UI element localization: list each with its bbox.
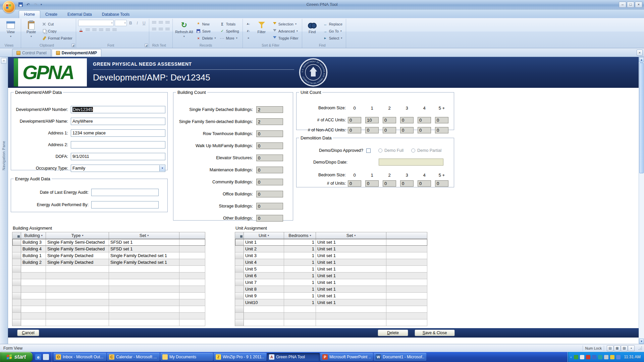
- column-dropdown-icon[interactable]: ▾: [268, 234, 269, 237]
- cancel-button[interactable]: Cancel: [17, 329, 39, 336]
- cell-extra[interactable]: [179, 252, 205, 259]
- table-row[interactable]: Unit 91Unit set 1: [235, 293, 427, 299]
- tray-icon[interactable]: [586, 355, 590, 359]
- table-row[interactable]: Unit101Unit set 1: [235, 299, 427, 306]
- development-amp-name-input[interactable]: AnyWhere: [71, 118, 165, 125]
- cell-extra[interactable]: [179, 306, 205, 313]
- undo-button[interactable]: ↶: [25, 2, 31, 8]
- row-selector[interactable]: [235, 266, 244, 273]
- cell-extra[interactable]: [179, 246, 205, 252]
- table-row-empty[interactable]: [12, 306, 205, 313]
- cell-set[interactable]: SFSD set 1: [109, 239, 179, 246]
- align-left-button[interactable]: [85, 27, 91, 33]
- new-record-button[interactable]: *New: [195, 21, 217, 27]
- row-selector[interactable]: [12, 252, 21, 259]
- row-selector[interactable]: [12, 299, 21, 306]
- form-view-button[interactable]: ▤: [607, 345, 613, 351]
- row-selector[interactable]: [235, 286, 244, 293]
- delete-button[interactable]: Delete: [378, 329, 408, 336]
- cell-bedrooms[interactable]: 1: [284, 266, 316, 273]
- row-selector[interactable]: [12, 239, 21, 246]
- increase-indent-button[interactable]: [151, 26, 157, 32]
- table-row[interactable]: Building 1Single Family DetachedSingle F…: [12, 252, 205, 259]
- format-painter-button[interactable]: Format Painter: [41, 35, 74, 41]
- cell-set[interactable]: [316, 313, 386, 319]
- design-view-button[interactable]: ▪: [628, 345, 635, 351]
- show-desktop-icon[interactable]: [43, 354, 49, 360]
- row-selector[interactable]: [235, 313, 244, 319]
- energy-audit-performed-by-input[interactable]: [91, 201, 159, 208]
- cell-set[interactable]: Unit set 1: [316, 266, 386, 273]
- cell-bedrooms[interactable]: [284, 319, 316, 326]
- row-selector[interactable]: [12, 273, 21, 279]
- cell-unit[interactable]: [244, 306, 284, 313]
- row-selector[interactable]: [235, 246, 244, 252]
- toggle-filter-button[interactable]: Toggle Filter: [271, 35, 300, 41]
- cell-set[interactable]: Unit set 1: [316, 246, 386, 252]
- cell-set[interactable]: Unit set 1: [316, 279, 386, 286]
- table-row-empty[interactable]: [12, 266, 205, 273]
- cell-extra[interactable]: [179, 273, 205, 279]
- row-selector[interactable]: [12, 286, 21, 293]
- cell-building[interactable]: [21, 319, 46, 326]
- row-selector[interactable]: [12, 279, 21, 286]
- filter-button[interactable]: Filter: [254, 20, 270, 41]
- cell-set[interactable]: [109, 286, 179, 293]
- row-selector[interactable]: [235, 273, 244, 279]
- dofa-input[interactable]: 9/1/2011: [71, 153, 165, 160]
- cell-unit[interactable]: [244, 313, 284, 319]
- cell-set[interactable]: Unit set 1: [316, 252, 386, 259]
- column-dropdown-icon[interactable]: ▾: [82, 234, 84, 237]
- table-row[interactable]: Unit 21Unit set 1: [235, 246, 427, 252]
- cell-set[interactable]: [109, 299, 179, 306]
- cell-set[interactable]: [109, 313, 179, 319]
- cell-set[interactable]: Unit set 1: [316, 273, 386, 279]
- table-row-empty[interactable]: [235, 319, 427, 326]
- save-and-close-button[interactable]: Save & Close: [415, 329, 455, 336]
- table-row-empty[interactable]: [12, 293, 205, 299]
- save-button[interactable]: [17, 2, 23, 8]
- cell-building[interactable]: Building 3: [21, 239, 46, 246]
- advanced-button[interactable]: Advanced▾: [271, 28, 300, 34]
- row-selector[interactable]: [235, 239, 244, 246]
- cell-set[interactable]: [109, 273, 179, 279]
- navigation-pane-collapsed[interactable]: » Navigation Pane: [0, 57, 8, 344]
- row-selector[interactable]: [235, 319, 244, 326]
- taskbar-button-winzip-pro-9-1-2011[interactable]: ZWinZip Pro - 9 1 2011...: [214, 353, 266, 361]
- cell-extra[interactable]: [386, 319, 427, 326]
- column-header-set[interactable]: Set▾: [109, 232, 179, 239]
- column-header-unit[interactable]: Unit▾: [244, 232, 284, 239]
- cell-bedrooms[interactable]: 1: [284, 273, 316, 279]
- cell-set[interactable]: Unit set 1: [316, 293, 386, 299]
- cell-type[interactable]: Single Family Detached: [46, 252, 109, 259]
- cell-bedrooms[interactable]: 1: [284, 252, 316, 259]
- cell-building[interactable]: Building 4: [21, 246, 46, 252]
- clipboard-dialog-launcher[interactable]: ◢: [71, 44, 75, 47]
- cell-unit[interactable]: Unit 2: [244, 246, 284, 252]
- cell-bedrooms[interactable]: 1: [284, 246, 316, 252]
- row-selector[interactable]: [12, 246, 21, 252]
- row-selector[interactable]: [235, 299, 244, 306]
- address-2-input[interactable]: [71, 141, 165, 148]
- start-button[interactable]: start: [0, 352, 33, 362]
- table-row[interactable]: Unit 31Unit set 1: [235, 252, 427, 259]
- row-selector[interactable]: [12, 266, 21, 273]
- delete-record-button[interactable]: ×Delete▾: [195, 35, 217, 41]
- table-row[interactable]: Unit 71Unit set 1: [235, 279, 427, 286]
- cell-set[interactable]: SFSD set 1: [109, 246, 179, 252]
- scroll-up-arrow[interactable]: ▲: [639, 57, 644, 62]
- tray-icon[interactable]: [610, 355, 614, 359]
- cell-extra[interactable]: [386, 252, 427, 259]
- cell-set[interactable]: Unit set 1: [316, 286, 386, 293]
- taskbar-button-my-documents[interactable]: My Documents: [160, 353, 213, 361]
- cell-set[interactable]: [109, 306, 179, 313]
- row-selector-header[interactable]: [235, 232, 244, 239]
- align-right-button[interactable]: [98, 27, 104, 33]
- column-header-type[interactable]: Type▾: [46, 232, 109, 239]
- underline-button[interactable]: U: [141, 20, 147, 26]
- tray-icon[interactable]: [598, 355, 602, 359]
- row-selector[interactable]: [12, 293, 21, 299]
- cell-unit[interactable]: [244, 319, 284, 326]
- cell-type[interactable]: Single Family Semi-Detached: [46, 246, 109, 252]
- copy-button[interactable]: Copy: [41, 28, 74, 34]
